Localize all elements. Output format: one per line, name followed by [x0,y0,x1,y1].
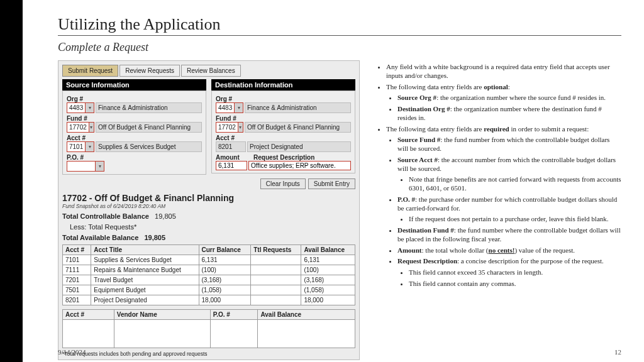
table-row: 8201Project Designated18,00018,000 [63,295,355,305]
dst-acct-value: 8201 [216,141,246,152]
dst-org-name: Finance & Administration [245,102,351,113]
submit-entry-button[interactable]: Submit Entry [308,178,355,189]
dst-acct-label: Acct # [216,134,351,141]
chevron-down-icon[interactable]: ▾ [85,141,94,152]
note-desc-length: This field cannot exceed 35 characters i… [409,268,621,277]
account-balance-table: Acct #Acct TitleCurr BalanceTtl Requests… [62,244,355,305]
src-acct-label: Acct # [67,134,202,141]
src-acct-input[interactable]: 7101▾ [67,141,94,152]
side-accent [0,0,23,362]
note-fringe: Note that fringe benefits are not carrie… [409,175,621,193]
src-po-label: P.O. # [67,154,202,161]
source-header: Source Information [62,79,206,90]
note-source-org: Source Org #: the organization number wh… [397,94,621,102]
dst-amount-label: Amount [216,154,247,161]
chevron-down-icon[interactable]: ▾ [238,122,243,133]
tab-submit-request[interactable]: Submit Request [62,65,118,77]
footer-date: 9/14/2024 [58,348,86,356]
dst-org-input[interactable]: 4483▾ [216,102,243,113]
note-dest-fund: Destination Fund #: the fund number wher… [397,226,621,244]
title-rule [58,35,621,36]
page-title: Utilizing the Application [58,15,621,34]
tcb-value: 19,805 [155,212,176,220]
dst-desc-label: Request Description [253,154,314,161]
chevron-down-icon[interactable]: ▾ [89,122,94,133]
dest-header: Destination Information [211,79,355,90]
vendor-table: Acct #Vendor NameP.O. #Avail Balance [62,309,355,348]
dst-fund-input[interactable]: 17702▾ [216,122,243,133]
src-po-input[interactable]: ▾ [67,161,104,172]
dst-org-label: Org # [216,96,351,102]
note-desc-commas: This field cannot contain any commas. [409,280,621,288]
dst-fund-name: Off Of Budget & Financl Planning [245,122,351,133]
fund-title: 17702 - Off Of Budget & Financl Planning [62,193,355,203]
snapshot-timestamp: Fund Snapshot as of 6/24/2019 8:20:40 AM [62,203,355,209]
note-request-description: Request Description: a concise descripti… [397,257,621,288]
note-amount: Amount: the total whole dollar (no cents… [397,246,621,255]
note-source-acct: Source Acct #: the account number from w… [397,156,621,193]
note-required-intro: The following data entry fields are requ… [386,125,621,288]
chevron-down-icon[interactable]: ▾ [85,102,94,113]
less-requests-label: Less: Total Requests* [70,223,136,231]
request-description-input[interactable] [248,161,351,170]
note-po: P.O. #: the purchase order number for wh… [397,195,621,224]
clear-inputs-button[interactable]: Clear Inputs [260,178,306,189]
chevron-down-icon[interactable]: ▾ [234,102,243,113]
tcb-label: Total Controllable Balance [62,212,149,220]
src-org-input[interactable]: 4483▾ [67,102,94,113]
table-row: 7101Supplies & Services Budget6,1316,131 [63,255,355,265]
app-screenshot: Submit Request Review Requests Review Ba… [58,60,360,360]
note-dest-org: Destination Org #: the organization numb… [397,105,621,123]
table-row: 7111Repairs & Maintenance Budget(100)(10… [63,265,355,275]
note-po-blank: If the request does not pertain to a pur… [409,215,621,224]
table-row: 7501Equipment Budget(1,058)(1,058) [63,285,355,295]
note-source-fund: Source Fund #: the fund number from whic… [397,136,621,153]
src-fund-label: Fund # [67,115,202,122]
note-intro: Any field with a white background is a r… [386,63,621,80]
tab-label: Total Available Balance [62,234,138,241]
footer-page: 12 [614,348,621,356]
tab-value: 19,805 [144,234,165,241]
tab-review-requests[interactable]: Review Requests [119,65,180,77]
dst-acct-name: Project Designated [247,141,351,152]
instructions-panel: Any field with a white background is a r… [375,60,621,360]
chevron-down-icon[interactable]: ▾ [95,161,104,172]
src-acct-name: Supplies & Services Budget [96,141,202,152]
note-optional-intro: The following data entry fields are opti… [386,83,621,123]
table-row: 7201Travel Budget(3,168)(3,168) [63,275,355,285]
page-subtitle: Complete a Request [58,41,621,54]
dst-fund-label: Fund # [216,115,351,122]
src-org-label: Org # [67,96,202,102]
src-fund-name: Off Of Budget & Financl Planning [96,122,202,133]
amount-input[interactable] [216,161,247,170]
tab-review-balances[interactable]: Review Balances [181,65,241,77]
src-org-name: Finance & Administration [96,102,202,113]
src-fund-input[interactable]: 17702▾ [67,122,94,133]
